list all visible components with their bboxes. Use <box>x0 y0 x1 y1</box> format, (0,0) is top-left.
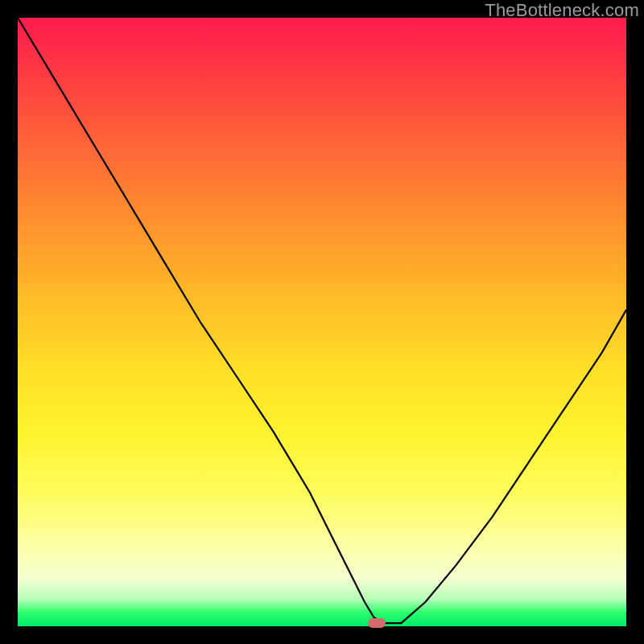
chart-frame: TheBottleneck.com <box>0 0 644 644</box>
optimum-marker <box>368 618 386 628</box>
watermark-text: TheBottleneck.com <box>485 0 639 21</box>
plot-area <box>18 18 626 626</box>
bottleneck-curve <box>18 18 626 626</box>
